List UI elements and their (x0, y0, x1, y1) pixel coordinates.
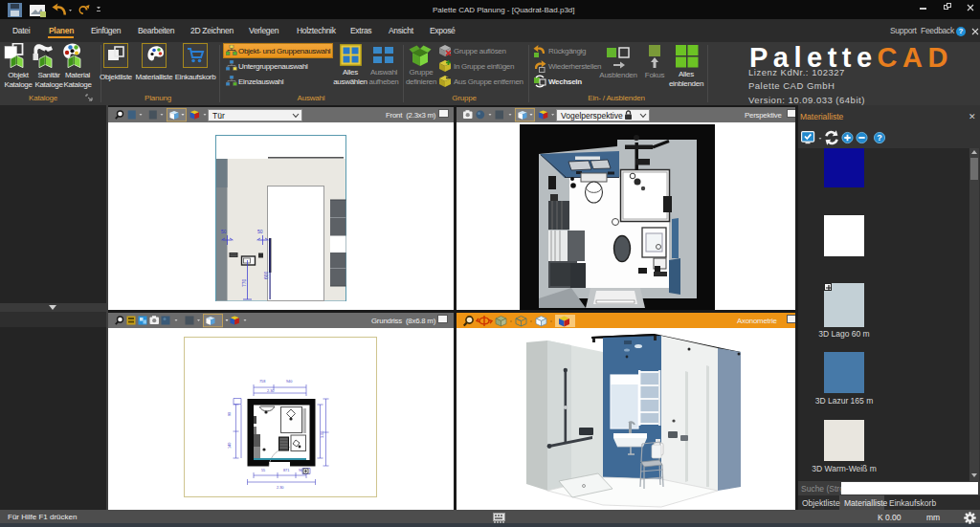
svg-text:55: 55 (261, 469, 265, 472)
svg-text:600: 600 (263, 271, 269, 279)
svg-text:770: 770 (241, 278, 247, 287)
svg-text:3.00: 3.00 (321, 431, 324, 438)
svg-text:871: 871 (283, 469, 289, 472)
svg-text:?: ? (877, 133, 882, 143)
svg-text:90: 90 (228, 412, 232, 416)
svg-text:140: 140 (228, 443, 232, 449)
svg-text:50: 50 (221, 229, 227, 234)
svg-text:2.30: 2.30 (277, 486, 283, 490)
svg-text:758: 758 (259, 380, 265, 384)
svg-text:50: 50 (257, 229, 263, 234)
svg-text:2.30: 2.30 (267, 389, 274, 393)
svg-text:940: 940 (286, 380, 292, 384)
svg-text:96: 96 (299, 469, 302, 472)
